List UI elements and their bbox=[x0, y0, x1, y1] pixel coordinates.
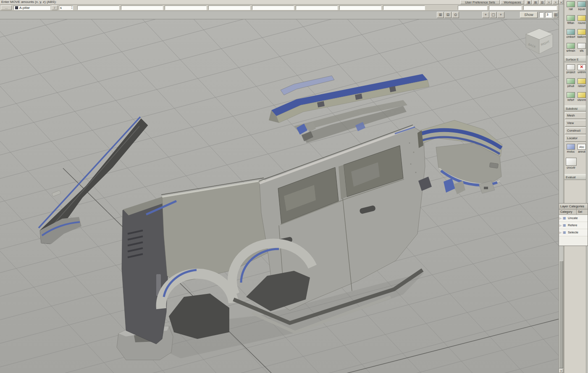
project-tool-icon bbox=[567, 64, 575, 70]
tool-project[interactable]: project bbox=[565, 64, 576, 77]
tailgate-panel[interactable] bbox=[122, 198, 168, 344]
tool-crvcvtr[interactable]: crvcvtr bbox=[565, 157, 577, 173]
tool-pihull[interactable]: pihull bbox=[565, 78, 576, 91]
layer-grid-icon[interactable]: ▦ bbox=[563, 215, 567, 222]
pan-icon[interactable]: + bbox=[482, 12, 489, 18]
input-segment-11[interactable] bbox=[523, 5, 557, 10]
input-segment-1[interactable] bbox=[77, 5, 119, 10]
sfs-tool-icon bbox=[578, 43, 586, 49]
mini-field[interactable] bbox=[539, 12, 543, 18]
prompt-text: Enter MOVE amounts (x, y, z) (ABS): bbox=[1, 0, 56, 4]
layer-panel-title[interactable]: Layer Categories bbox=[559, 204, 588, 209]
annotate-tool-icon: Abc bbox=[578, 144, 586, 150]
zoom-icon[interactable]: ⊙ bbox=[452, 12, 459, 18]
scene-canvas[interactable]: BACK RIGHT bbox=[0, 19, 559, 373]
expander-icon[interactable]: ▷ bbox=[559, 222, 563, 229]
workspaces-button[interactable]: Workspaces bbox=[501, 0, 524, 4]
viewport-toolbar: ⊞ ⊟ ⊙ + ▢ + Show 3 ▥ bbox=[0, 11, 559, 19]
layer-grid-icon[interactable]: ▦ bbox=[563, 229, 567, 236]
scroll-up-icon[interactable]: ▲ bbox=[559, 0, 563, 4]
tool-refsrf[interactable]: refsrf bbox=[565, 92, 576, 105]
rail-tool-icon bbox=[567, 1, 575, 7]
layer-row-label: Uncate bbox=[568, 216, 578, 220]
hull-tool-icon bbox=[567, 78, 575, 84]
tool-label: project bbox=[565, 71, 576, 74]
camera-icon[interactable]: ⊞ bbox=[437, 12, 444, 18]
expander-icon[interactable]: ▷ bbox=[559, 229, 563, 236]
round-tool-icon bbox=[578, 15, 586, 21]
tool-label: crvcvtr bbox=[565, 166, 577, 169]
category-column-header[interactable]: Category bbox=[559, 209, 577, 214]
locator-section-button[interactable]: Locator bbox=[565, 135, 588, 142]
pin-icon[interactable]: ▧ bbox=[539, 0, 545, 4]
square-tool-icon bbox=[578, 1, 586, 7]
select-column-header[interactable]: Sel bbox=[577, 209, 587, 214]
layers-icon[interactable]: ⊟ bbox=[444, 12, 452, 18]
tool-srfmsh[interactable]: srfmsh bbox=[565, 42, 576, 56]
layer-panel-columns: CategorySel bbox=[559, 209, 588, 215]
grid-icon[interactable]: ▦ bbox=[526, 0, 532, 4]
mesh-section-button[interactable]: Mesh bbox=[565, 112, 588, 119]
input-segment-6[interactable] bbox=[296, 5, 338, 10]
tool-filflan[interactable]: filflan bbox=[565, 15, 576, 28]
tool-cmbsrf[interactable]: cmbsrf bbox=[565, 29, 576, 42]
input-segment-7[interactable] bbox=[339, 5, 381, 10]
palette-scrollbar[interactable] bbox=[586, 0, 588, 373]
tool-rail[interactable]: rail bbox=[565, 1, 576, 14]
user-preference-sets-button[interactable]: User Preference Sets bbox=[460, 0, 500, 4]
pillar-field[interactable]: A-pillar bbox=[13, 5, 50, 10]
view-count-field[interactable]: 3 bbox=[545, 12, 552, 18]
scrollbar-thumb[interactable] bbox=[559, 261, 563, 368]
stepper-icon[interactable]: ▴▾ bbox=[71, 6, 72, 9]
input-segment-2[interactable] bbox=[121, 5, 163, 10]
chevron-icon[interactable]: » bbox=[553, 0, 559, 4]
value-text: s bbox=[60, 6, 62, 10]
input-segment-3[interactable] bbox=[165, 5, 207, 10]
tool-palette: rail squar filflan round cmbsrf ballcrn … bbox=[564, 0, 588, 373]
pen-icon[interactable]: / bbox=[52, 5, 58, 10]
fillet-flange-tool-icon bbox=[567, 15, 575, 21]
layer-row-selected[interactable]: ▷▦Selecte bbox=[559, 229, 588, 236]
tool-label: cmbsrf bbox=[565, 35, 576, 38]
palette-scrollbar-thumb[interactable] bbox=[586, 1, 588, 56]
layer-row-uncategorized[interactable]: ▷▦Uncate bbox=[559, 215, 588, 222]
layer-row-label: Refere bbox=[568, 223, 578, 227]
layer-grid-icon[interactable]: ▦ bbox=[563, 222, 567, 229]
input-segment-5[interactable] bbox=[252, 5, 294, 10]
frame-icon[interactable]: ▢ bbox=[490, 12, 497, 18]
prompt-bar: Enter MOVE amounts (x, y, z) (ABS): User… bbox=[0, 0, 588, 5]
expander-icon[interactable]: ▷ bbox=[559, 215, 563, 222]
plus-icon[interactable]: + bbox=[497, 12, 504, 18]
refit-surface-tool-icon bbox=[567, 92, 575, 98]
layer-row-reference[interactable]: ▷▦Refere bbox=[559, 222, 588, 229]
tool-label: srfmsh bbox=[565, 49, 576, 52]
tool-label: refsrf bbox=[565, 98, 576, 101]
close-icon[interactable]: × bbox=[546, 0, 552, 4]
input-segment-10[interactable] bbox=[489, 5, 522, 10]
tool-label: mvloc bbox=[565, 150, 576, 153]
tool-mvloc[interactable]: mvloc bbox=[565, 143, 576, 156]
untrim-tool-icon bbox=[578, 64, 586, 70]
pillar-checkbox[interactable] bbox=[15, 6, 18, 9]
scroll-down-icon[interactable]: ▼ bbox=[559, 369, 563, 373]
show-button[interactable]: Show bbox=[520, 12, 538, 18]
construction-section-button[interactable]: Construct bbox=[565, 127, 588, 134]
edit-icon[interactable]: ▤ bbox=[533, 0, 538, 4]
subdivision-section-header[interactable]: Subdivisi bbox=[564, 106, 588, 111]
input-segment-4[interactable] bbox=[208, 5, 250, 10]
move-locator-tool-icon bbox=[567, 144, 575, 150]
tool-label: pihull bbox=[565, 85, 576, 87]
panel-toggle-icon[interactable]: ▥ bbox=[553, 12, 558, 18]
viewport-scrollbar[interactable]: ▲ ▼ bbox=[559, 0, 564, 373]
view-section-button[interactable]: View bbox=[565, 120, 588, 127]
surface-edit-section-header[interactable]: Surface E bbox=[564, 56, 588, 62]
input-segment-8[interactable] bbox=[383, 5, 425, 10]
evaluate-section-header[interactable]: Evaluat bbox=[564, 174, 588, 180]
ball-corner-tool-icon bbox=[578, 29, 586, 35]
dots-menu-button[interactable]: … bbox=[1, 5, 12, 10]
tool-label: filflan bbox=[565, 21, 576, 24]
input-segment-9[interactable] bbox=[458, 5, 487, 10]
viewport[interactable]: ⊞ ⊟ ⊙ + ▢ + Show 3 ▥ bbox=[0, 11, 559, 373]
field-row: … A-pillar / s▴▾ bbox=[0, 5, 559, 11]
value-field[interactable]: s▴▾ bbox=[59, 5, 73, 10]
